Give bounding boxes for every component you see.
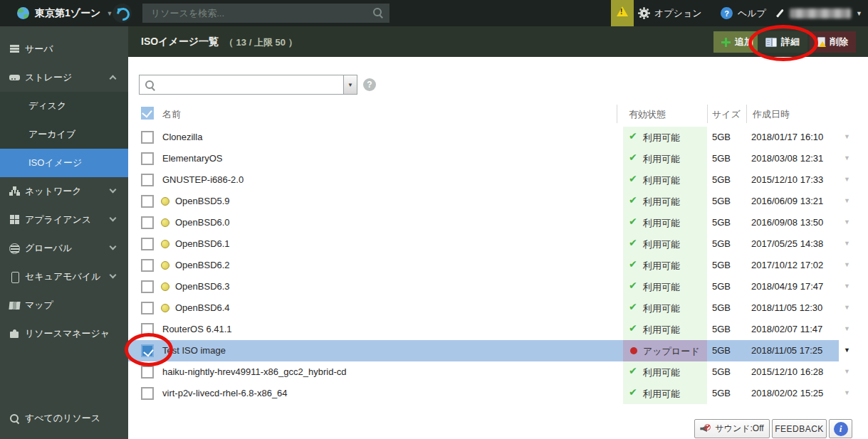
openbsd-icon (161, 218, 169, 227)
sidebar-item-network[interactable]: ネットワーク (0, 177, 128, 206)
sidebar-item-resource-manager[interactable]: リソースマネージャ (0, 319, 128, 348)
check-icon: ✔ (629, 322, 637, 334)
map-icon (9, 300, 21, 310)
sidebar-item-server[interactable]: サーバ (0, 35, 128, 63)
table-row[interactable]: OpenBSD6.1✔利用可能5GB2017/05/25 14:38▼ (128, 233, 868, 255)
table-header: 名前 有効状態 サイズ 作成日時 (128, 103, 868, 125)
status-badge: ✔利用可能 (623, 169, 707, 191)
row-actions-dropdown[interactable]: ▼ (844, 304, 850, 311)
table-row[interactable]: Clonezilla✔利用可能5GB2018/01/17 16:10▼ (128, 127, 868, 148)
sidebar-item-appliance[interactable]: アプライアンス (0, 206, 128, 234)
sidebar-item-all-resources[interactable]: すべてのリソース (0, 404, 128, 433)
row-actions-dropdown[interactable]: ▼ (844, 347, 850, 354)
filter-input[interactable] (140, 75, 343, 94)
refresh-button[interactable] (113, 4, 132, 23)
global-search-input[interactable] (142, 4, 389, 23)
row-checkbox[interactable] (141, 195, 154, 208)
row-checkbox[interactable] (141, 280, 154, 293)
topbar: 東京第1ゾーン ▼ オプション ? ヘルプ ▼ (0, 0, 868, 26)
search-icon (372, 7, 384, 18)
select-all-checkbox[interactable] (141, 107, 154, 120)
check-icon: ✔ (629, 386, 637, 398)
username-masked (790, 9, 851, 18)
chevron-down-icon (110, 215, 117, 222)
row-actions-dropdown[interactable]: ▼ (844, 133, 850, 140)
filter-help-icon[interactable]: ? (363, 78, 376, 91)
row-actions-dropdown[interactable]: ▼ (844, 282, 850, 290)
row-checkbox[interactable] (141, 216, 154, 229)
row-actions-dropdown[interactable]: ▼ (844, 240, 850, 247)
row-actions-dropdown[interactable]: ▼ (844, 325, 850, 332)
row-size: 5GB (712, 238, 731, 249)
table-row[interactable]: OpenBSD5.9✔利用可能5GB2016/06/09 13:21▼ (128, 191, 868, 212)
column-header-created[interactable]: 作成日時 (753, 108, 790, 121)
row-checkbox[interactable] (141, 366, 154, 379)
row-checkbox[interactable] (141, 323, 154, 336)
warning-button[interactable] (611, 0, 634, 26)
table-row[interactable]: haiku-nightly-hrev49911-x86_gcc2_hybrid-… (128, 361, 868, 383)
help-menu[interactable]: ? ヘルプ (721, 0, 766, 26)
row-actions-dropdown[interactable]: ▼ (844, 261, 850, 268)
row-actions-dropdown[interactable]: ▼ (844, 218, 850, 226)
sidebar-item-storage[interactable]: ストレージ (0, 63, 128, 92)
options-menu[interactable]: オプション (639, 0, 702, 26)
row-checkbox[interactable] (141, 131, 154, 144)
table-row[interactable]: GNUSTEP-i686-2.0✔利用可能5GB2015/12/10 17:33… (128, 169, 868, 191)
row-actions-dropdown[interactable]: ▼ (844, 389, 850, 396)
column-header-name[interactable]: 名前 (162, 108, 181, 121)
row-checkbox[interactable] (141, 344, 154, 357)
sidebar-item-archive[interactable]: アーカイブ (0, 120, 128, 149)
table-row[interactable]: ElementaryOS✔利用可能5GB2018/03/08 12:31▼ (128, 148, 868, 169)
sidebar-item-global[interactable]: グローバル (0, 234, 128, 263)
row-checkbox[interactable] (141, 302, 154, 314)
sidebar-item-iso-image[interactable]: ISOイメージ (0, 149, 128, 177)
chevron-down-icon (110, 272, 117, 279)
mobile-icon (9, 272, 21, 282)
detail-button[interactable]: 詳細 (758, 31, 807, 53)
row-name: RouterOS 6.41.1 (162, 324, 232, 334)
sound-toggle-button[interactable]: サウンド:Off (694, 419, 770, 438)
sidebar-item-disk[interactable]: ディスク (0, 92, 128, 120)
row-actions-dropdown[interactable]: ▼ (844, 154, 850, 162)
feedback-button[interactable]: FEEDBACK (772, 419, 827, 438)
row-size: 5GB (712, 281, 731, 292)
status-badge: アップロード (623, 340, 707, 361)
table-row[interactable]: OpenBSD6.0✔利用可能5GB2016/09/08 13:50▼ (128, 212, 868, 233)
row-checkbox[interactable] (141, 259, 154, 272)
row-checkbox[interactable] (141, 238, 154, 250)
table-row[interactable]: OpenBSD6.4✔利用可能5GB2018/11/05 12:30▼ (128, 297, 868, 319)
column-header-status[interactable]: 有効状態 (629, 108, 666, 121)
table-row[interactable]: RouterOS 6.41.1✔利用可能5GB2018/02/07 11:47▼ (128, 319, 868, 340)
row-created: 2018/02/07 11:47 (751, 324, 822, 334)
chevron-down-icon (110, 186, 117, 194)
filter-dropdown-button[interactable]: ▼ (344, 75, 357, 95)
sidebar-item-map[interactable]: マップ (0, 291, 128, 319)
row-size: 5GB (712, 217, 731, 228)
table-row[interactable]: OpenBSD6.3✔利用可能5GB2018/04/19 17:47▼ (128, 276, 868, 297)
delete-button[interactable]: 削除 (810, 31, 856, 53)
row-checkbox[interactable] (141, 174, 154, 186)
column-header-size[interactable]: サイズ (712, 108, 741, 121)
table-row[interactable]: OpenBSD6.2✔利用可能5GB2017/10/12 17:02▼ (128, 255, 868, 276)
help-icon: ? (721, 7, 733, 19)
account-menu[interactable]: ▼ (775, 0, 862, 26)
info-button[interactable]: i (829, 419, 852, 438)
sidebar-item-label: ISOイメージ (28, 157, 82, 169)
sidebar-item-label: ディスク (28, 100, 66, 112)
status-label: 利用可能 (643, 281, 680, 294)
row-checkbox[interactable] (141, 152, 154, 165)
zone-selector[interactable]: 東京第1ゾーン ▼ (17, 0, 113, 26)
row-size: 5GB (712, 196, 731, 206)
row-created: 2018/02/02 15:25 (751, 388, 823, 398)
row-actions-dropdown[interactable]: ▼ (844, 176, 850, 183)
gear-icon (639, 8, 649, 18)
row-actions-dropdown[interactable]: ▼ (844, 368, 850, 375)
info-icon: i (834, 422, 848, 436)
sidebar-item-secure-mobile[interactable]: セキュアモバイル (0, 263, 128, 291)
row-created: 2017/05/25 14:38 (751, 238, 823, 249)
add-button[interactable]: 追加 (713, 31, 761, 53)
row-checkbox[interactable] (141, 387, 154, 400)
table-row[interactable]: Test ISO imageアップロード5GB2018/11/05 17:25▼ (128, 340, 868, 361)
table-row[interactable]: virt-p2v-livecd-rhel-6.8-x86_64✔利用可能5GB2… (128, 383, 868, 404)
row-actions-dropdown[interactable]: ▼ (844, 197, 850, 204)
